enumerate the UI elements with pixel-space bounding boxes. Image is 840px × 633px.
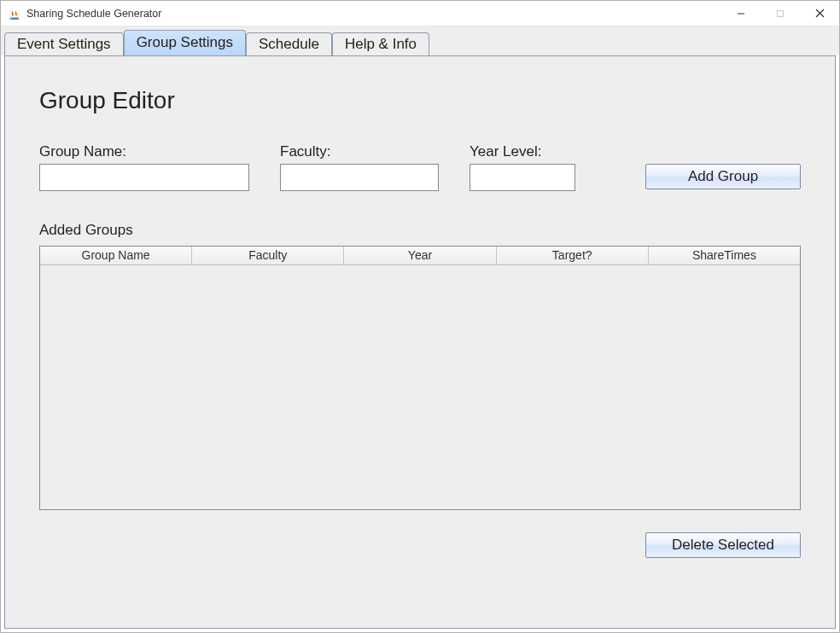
tab-bar: Event Settings Group Settings Schedule H… <box>1 26 839 55</box>
year-level-label: Year Level: <box>470 143 575 160</box>
svg-point-0 <box>9 18 20 20</box>
window-controls <box>721 1 839 26</box>
group-name-label: Group Name: <box>39 143 249 160</box>
year-level-input[interactable] <box>470 164 575 191</box>
titlebar: Sharing Schedule Generator <box>1 1 839 26</box>
tab-group-settings[interactable]: Group Settings <box>124 30 246 55</box>
tab-schedule[interactable]: Schedule <box>246 32 332 56</box>
app-window: Sharing Schedule Generator Event Setting… <box>0 0 840 633</box>
group-name-group: Group Name: <box>39 143 249 191</box>
delete-selected-button[interactable]: Delete Selected <box>645 532 801 558</box>
year-level-group: Year Level: <box>470 143 575 191</box>
content-panel: Group Editor Group Name: Faculty: Year L… <box>4 55 836 629</box>
col-sharetimes[interactable]: ShareTimes <box>649 247 800 264</box>
table-body[interactable] <box>40 265 800 509</box>
bottom-row: Delete Selected <box>39 532 801 558</box>
add-button-wrap: Add Group <box>645 164 801 191</box>
page-title: Group Editor <box>39 87 801 114</box>
form-row: Group Name: Faculty: Year Level: Add Gro… <box>39 143 801 191</box>
col-target[interactable]: Target? <box>497 247 649 264</box>
groups-table: Group Name Faculty Year Target? ShareTim… <box>39 246 801 510</box>
col-year[interactable]: Year <box>344 247 496 264</box>
add-group-button[interactable]: Add Group <box>645 164 801 189</box>
group-name-input[interactable] <box>39 164 249 191</box>
faculty-input[interactable] <box>280 164 439 191</box>
added-groups-label: Added Groups <box>39 222 801 239</box>
faculty-label: Faculty: <box>280 143 439 160</box>
maximize-button[interactable] <box>761 1 800 26</box>
tab-help-info[interactable]: Help & Info <box>332 32 429 56</box>
minimize-button[interactable] <box>721 1 761 26</box>
tab-event-settings[interactable]: Event Settings <box>4 32 124 56</box>
close-button[interactable] <box>800 1 839 26</box>
java-icon <box>8 7 21 20</box>
svg-rect-2 <box>778 10 784 16</box>
faculty-group: Faculty: <box>280 143 439 191</box>
col-group-name[interactable]: Group Name <box>40 247 192 264</box>
table-header: Group Name Faculty Year Target? ShareTim… <box>40 247 800 265</box>
col-faculty[interactable]: Faculty <box>192 247 344 264</box>
window-title: Sharing Schedule Generator <box>26 8 721 20</box>
